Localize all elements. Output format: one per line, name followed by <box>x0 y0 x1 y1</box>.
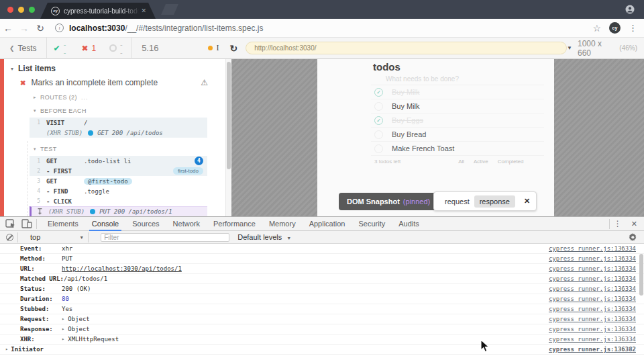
command-find[interactable]: 4 - FIND .toggle <box>30 186 207 196</box>
test-section[interactable]: ▾ TEST <box>4 144 225 154</box>
request-tab[interactable]: request <box>440 195 474 208</box>
tab-performance[interactable]: Performance <box>207 217 262 231</box>
source-link[interactable]: cypress_runner.js:136334 <box>549 285 636 292</box>
log-row[interactable]: XHR: ▸ XMLHttpRequest cypress_runner.js:… <box>0 335 644 345</box>
new-todo-input[interactable]: What needs to be done? <box>371 73 544 85</box>
site-info-icon[interactable]: i <box>55 24 64 32</box>
browser-tab[interactable]: cy cypress-tutorial-build-todo-st ✕ <box>40 3 156 19</box>
traffic-light-zoom-icon[interactable] <box>29 7 35 13</box>
browser-menu-icon[interactable]: ⋮ <box>629 23 637 33</box>
log-row[interactable]: Request: ▸ Object cypress_runner.js:1363… <box>0 314 644 324</box>
bookmark-star-icon[interactable]: ☆ <box>592 23 601 34</box>
log-row[interactable]: Matched URL: /api/todos/1 cypress_runner… <box>0 274 644 284</box>
devtools-close-icon[interactable]: ✕ <box>631 220 637 228</box>
failed-test-row[interactable]: ✖ Marks an incomplete item complete ⚠ <box>4 77 225 89</box>
todo-item[interactable]: ✓ Buy Eggs <box>371 114 544 128</box>
inspect-element-icon[interactable] <box>5 219 16 228</box>
selector-playground-toggle[interactable]: I <box>208 43 219 53</box>
expand-triangle-icon[interactable]: ▸ <box>62 326 64 332</box>
tab-elements[interactable]: Elements <box>41 217 85 231</box>
source-link[interactable]: cypress_runner.js:136334 <box>549 245 636 252</box>
todo-toggle-checked-icon[interactable]: ✓ <box>374 116 383 125</box>
log-row[interactable]: Response: ▸ Object cypress_runner.js:136… <box>0 324 644 335</box>
log-row[interactable]: Status: 200 (OK) cypress_runner.js:13633… <box>0 284 644 294</box>
todo-item[interactable]: Buy Bread <box>371 128 544 142</box>
tab-memory[interactable]: Memory <box>262 217 303 231</box>
cypress-extension-icon[interactable]: cy <box>609 22 621 34</box>
expand-triangle-icon[interactable]: ▸ <box>62 337 64 342</box>
source-link[interactable]: cypress_runner.js:136334 <box>549 336 636 343</box>
before-each-section[interactable]: ▾ BEFORE EACH <box>4 106 225 116</box>
back-icon[interactable]: ← <box>0 23 16 34</box>
command-xhr-stub[interactable]: (XHR STUB) GET 200 /api/todos <box>30 128 207 138</box>
filter-all[interactable]: All <box>458 159 464 165</box>
tab-console[interactable]: Console <box>85 217 125 231</box>
filter-completed[interactable]: Completed <box>498 159 524 165</box>
traffic-light-close-icon[interactable] <box>7 7 13 13</box>
command-visit[interactable]: 1 VISIT / <box>30 118 207 128</box>
command-first[interactable]: 2 - FIRST first-todo <box>30 166 207 176</box>
source-link[interactable]: cypress_runner.js:136382 <box>549 346 636 353</box>
log-levels-selector[interactable]: Default levels ▼ <box>237 233 291 241</box>
source-link[interactable]: cypress_runner.js:136334 <box>549 296 636 302</box>
execution-context-selector[interactable]: top <box>30 233 40 241</box>
command-get[interactable]: 1 GET .todo-list li 4 <box>30 156 207 166</box>
todo-toggle-icon[interactable] <box>374 102 383 111</box>
command-click[interactable]: 5 - CLICK <box>30 196 207 206</box>
source-link[interactable]: cypress_runner.js:136334 <box>549 306 636 312</box>
source-link[interactable]: cypress_runner.js:136334 <box>549 265 636 272</box>
traffic-light-minimize-icon[interactable] <box>18 7 24 13</box>
log-row[interactable]: Duration: 80 cypress_runner.js:136334 <box>0 294 644 304</box>
unpin-close-icon[interactable]: ✕ <box>524 197 530 206</box>
todo-item[interactable]: ✓ Buy Milk <box>371 85 544 99</box>
tab-sources[interactable]: Sources <box>125 217 166 231</box>
viewport-dropdown-icon[interactable]: ▼ <box>567 45 572 51</box>
todo-toggle-icon[interactable] <box>374 130 383 139</box>
back-to-tests-button[interactable]: ❮ Tests <box>0 44 46 53</box>
source-link[interactable]: cypress_runner.js:136334 <box>549 316 636 322</box>
source-link[interactable]: cypress_runner.js:136334 <box>549 255 636 262</box>
restart-tests-icon[interactable]: ↻ <box>229 43 237 54</box>
todo-item[interactable]: Make French Toast <box>371 142 544 156</box>
tab-network[interactable]: Network <box>166 217 207 231</box>
log-row[interactable]: Event: xhr cypress_runner.js:136334 <box>0 244 644 254</box>
console-scrollbar-thumb[interactable] <box>639 254 643 296</box>
url-host[interactable]: localhost:3030 <box>69 24 125 33</box>
tab-security[interactable]: Security <box>352 217 392 231</box>
console-filter-input[interactable] <box>101 233 229 242</box>
passed-stat[interactable]: ✔ -- <box>54 40 68 56</box>
routes-section[interactable]: ▸ ROUTES (2) ... <box>4 93 225 102</box>
new-tab-button[interactable] <box>161 4 178 15</box>
tab-close-icon[interactable]: ✕ <box>141 7 146 14</box>
scrollbar-thumb[interactable] <box>227 62 231 169</box>
command-xhr-stub-pinned[interactable]: (XHR STUB) PUT 200 /api/todos/1 <box>30 206 207 216</box>
source-link[interactable]: cypress_runner.js:136334 <box>549 275 636 282</box>
log-value-url[interactable]: http://localhost:3030/api/todos/1 <box>62 265 182 272</box>
log-row[interactable]: Stubbed: Yes cypress_runner.js:136334 <box>0 304 644 314</box>
devtools-menu-icon[interactable]: ⋮ <box>614 219 622 228</box>
filter-active[interactable]: Active <box>474 159 488 165</box>
failed-stat[interactable]: ✖ 1 <box>82 44 97 53</box>
context-dropdown-icon[interactable]: ▼ <box>79 235 84 240</box>
clear-console-icon[interactable] <box>6 234 13 241</box>
suite-list-items[interactable]: ▾ List items <box>4 63 225 74</box>
tab-audits[interactable]: Audits <box>392 217 426 231</box>
initiator-row[interactable]: ▸ Initiator cypress_runner.js:136382 <box>0 345 644 355</box>
profile-icon[interactable] <box>625 5 635 14</box>
device-toolbar-icon[interactable] <box>21 219 32 228</box>
pending-stat[interactable]: -- <box>109 40 125 56</box>
command-get-alias[interactable]: 3 GET @first-todo <box>30 176 207 186</box>
tab-application[interactable]: Application <box>303 217 352 231</box>
console-settings-gear-icon[interactable] <box>629 233 637 242</box>
viewport-size[interactable]: 1000 x 660 <box>578 39 616 58</box>
aut-url-field[interactable]: http://localhost:3030/ <box>246 42 567 54</box>
source-link[interactable]: cypress_runner.js:136334 <box>549 326 636 332</box>
log-row[interactable]: URL: http://localhost:3030/api/todos/1 c… <box>0 264 644 274</box>
todo-item[interactable]: Buy Milk <box>371 99 544 114</box>
forward-icon[interactable]: → <box>16 23 32 34</box>
response-tab[interactable]: response <box>474 195 515 208</box>
reload-icon[interactable]: ↻ <box>32 23 48 34</box>
expand-triangle-icon[interactable]: ▸ <box>5 347 8 352</box>
expand-triangle-icon[interactable]: ▸ <box>62 316 64 322</box>
todo-toggle-checked-icon[interactable]: ✓ <box>374 88 383 97</box>
